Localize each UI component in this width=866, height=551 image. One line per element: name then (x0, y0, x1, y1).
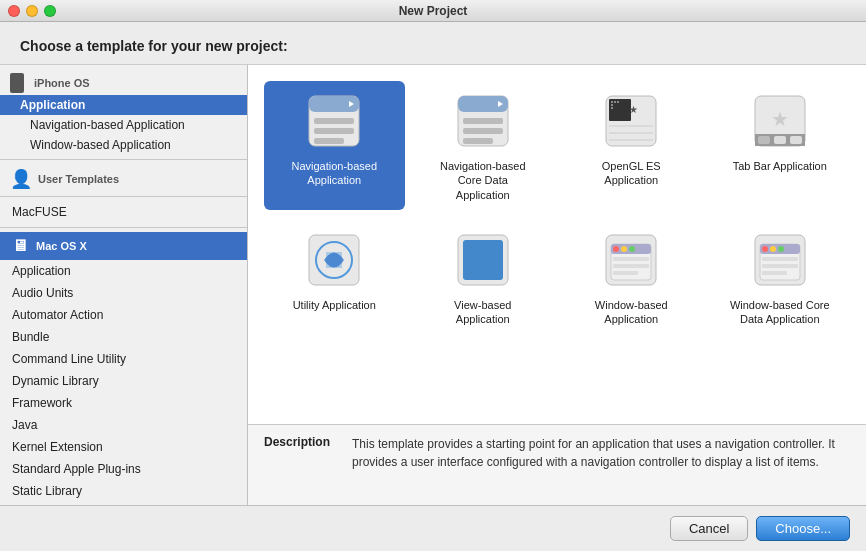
svg-rect-50 (762, 264, 798, 268)
iphone-os-label: iPhone OS (34, 77, 90, 89)
navigation-based-icon (302, 89, 366, 153)
divider-2 (0, 196, 247, 197)
svg-point-39 (629, 246, 635, 252)
template-grid-area: Navigation-basedApplication (248, 65, 866, 425)
svg-text:★: ★ (771, 108, 789, 130)
svg-point-47 (770, 246, 776, 252)
svg-point-38 (621, 246, 627, 252)
template-opengl-es[interactable]: ★ OpenGL ESApplication (561, 81, 702, 210)
window-controls[interactable] (8, 5, 56, 17)
sidebar: iPhone OS Application Navigation-based A… (0, 65, 248, 505)
divider-1 (0, 159, 247, 160)
person-icon: 👤 (10, 168, 32, 190)
dialog-header: Choose a template for your new project: (0, 22, 866, 64)
sidebar-item-audio-units[interactable]: Audio Units (0, 282, 247, 304)
choose-button[interactable]: Choose... (756, 516, 850, 541)
template-window-based[interactable]: Window-basedApplication (561, 220, 702, 335)
svg-rect-2 (314, 118, 354, 124)
svg-rect-15 (614, 101, 616, 103)
template-window-core-data-label: Window-based CoreData Application (730, 298, 830, 327)
svg-rect-14 (611, 101, 613, 103)
template-utility-label: Utility Application (293, 298, 376, 312)
svg-rect-10 (463, 138, 493, 144)
svg-rect-4 (314, 138, 344, 144)
mac-os-x-label: Mac OS X (36, 240, 87, 252)
phone-icon (10, 73, 24, 93)
user-templates-label: User Templates (38, 173, 119, 185)
opengl-es-icon: ★ (599, 89, 663, 153)
svg-rect-42 (613, 271, 638, 275)
sidebar-subitem-window-based[interactable]: Window-based Application (0, 135, 247, 155)
svg-rect-17 (611, 104, 613, 106)
sidebar-item-static-library[interactable]: Static Library (0, 480, 247, 502)
sidebar-section-iphone-os: iPhone OS (0, 69, 247, 95)
svg-text:★: ★ (629, 104, 638, 115)
close-button[interactable] (8, 5, 20, 17)
template-grid: Navigation-basedApplication (264, 81, 850, 334)
sidebar-item-bundle[interactable]: Bundle (0, 326, 247, 348)
maximize-button[interactable] (44, 5, 56, 17)
description-area: Description This template provides a sta… (248, 425, 866, 505)
sidebar-item-kernel-extension[interactable]: Kernel Extension (0, 436, 247, 458)
dialog-footer: Cancel Choose... (0, 505, 866, 551)
sidebar-subitem-navigation-based[interactable]: Navigation-based Application (0, 115, 247, 135)
sidebar-item-application[interactable]: Application (0, 95, 247, 115)
svg-point-46 (762, 246, 768, 252)
sidebar-section-user-templates: 👤 User Templates (0, 164, 247, 192)
svg-rect-26 (774, 136, 786, 144)
template-window-core-data[interactable]: Window-based CoreData Application (710, 220, 851, 335)
mac-icon: 🖥 (10, 236, 30, 256)
svg-rect-41 (613, 264, 649, 268)
window-core-data-icon (748, 228, 812, 292)
svg-rect-16 (617, 101, 619, 103)
template-navigation-core-data[interactable]: Navigation-basedCore DataApplication (413, 81, 554, 210)
sidebar-item-automator-action[interactable]: Automator Action (0, 304, 247, 326)
main-content: Navigation-basedApplication (248, 65, 866, 505)
svg-rect-40 (613, 257, 649, 261)
divider-3 (0, 227, 247, 228)
svg-rect-49 (762, 257, 798, 261)
window-based-icon (599, 228, 663, 292)
svg-rect-3 (314, 128, 354, 134)
sidebar-section-mac-os-x[interactable]: 🖥 Mac OS X (0, 232, 247, 260)
sidebar-item-dynamic-library[interactable]: Dynamic Library (0, 370, 247, 392)
template-navigation-core-data-label: Navigation-basedCore DataApplication (440, 159, 526, 202)
template-window-based-label: Window-basedApplication (595, 298, 668, 327)
svg-rect-25 (758, 136, 770, 144)
header-label: Choose a template for your new project: (20, 38, 288, 54)
dialog: Choose a template for your new project: … (0, 22, 866, 551)
template-navigation-based-label: Navigation-basedApplication (291, 159, 377, 188)
tab-bar-icon: ★ (748, 89, 812, 153)
sidebar-item-java[interactable]: Java (0, 414, 247, 436)
template-utility[interactable]: Utility Application (264, 220, 405, 335)
window-title: New Project (399, 4, 468, 18)
template-view-based[interactable]: View-basedApplication (413, 220, 554, 335)
sidebar-item-macfuse[interactable]: MacFUSE (0, 201, 247, 223)
cancel-button[interactable]: Cancel (670, 516, 748, 541)
view-based-icon (451, 228, 515, 292)
sidebar-item-command-line-utility[interactable]: Command Line Utility (0, 348, 247, 370)
sidebar-item-application-mac[interactable]: Application (0, 260, 247, 282)
template-opengl-es-label: OpenGL ESApplication (602, 159, 661, 188)
titlebar: New Project (0, 0, 866, 22)
svg-rect-33 (463, 240, 503, 280)
template-navigation-based[interactable]: Navigation-basedApplication (264, 81, 405, 210)
template-tab-bar[interactable]: ★ Tab Bar Application (710, 81, 851, 210)
description-label: Description (264, 435, 344, 495)
svg-rect-51 (762, 271, 787, 275)
utility-icon (302, 228, 366, 292)
svg-rect-8 (463, 118, 503, 124)
navigation-core-data-icon (451, 89, 515, 153)
svg-rect-18 (611, 107, 613, 109)
description-text: This template provides a starting point … (352, 435, 850, 495)
template-tab-bar-label: Tab Bar Application (733, 159, 827, 173)
sidebar-item-standard-apple-plugins[interactable]: Standard Apple Plug-ins (0, 458, 247, 480)
svg-point-48 (778, 246, 784, 252)
minimize-button[interactable] (26, 5, 38, 17)
sidebar-item-framework[interactable]: Framework (0, 392, 247, 414)
svg-rect-27 (790, 136, 802, 144)
dialog-body: iPhone OS Application Navigation-based A… (0, 64, 866, 505)
svg-rect-9 (463, 128, 503, 134)
template-view-based-label: View-basedApplication (454, 298, 511, 327)
svg-point-37 (613, 246, 619, 252)
